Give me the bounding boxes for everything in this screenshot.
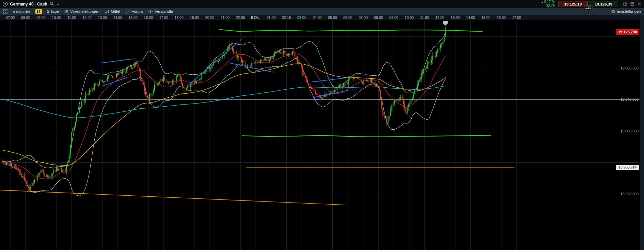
time-axis-label: 08:00	[374, 15, 383, 20]
indicators-label: Mittel	[111, 9, 120, 13]
y-axis-label: 19.000,000	[620, 129, 639, 133]
title-bar: 1 Germany 40 - Cash + ▲0,17 % 32,79 19.1…	[0, 0, 644, 8]
range-label: 2 Tage	[47, 9, 59, 13]
related-button[interactable]: Verwandte	[148, 9, 173, 14]
time-axis-label: 15:00	[128, 15, 137, 20]
popout-icon[interactable]	[623, 2, 627, 6]
sell-button[interactable]: 19.125,19	[558, 1, 588, 7]
order-level-label: 18.953,914	[619, 165, 637, 169]
time-axis-label: 01:00	[267, 15, 276, 20]
time-axis-label: 12:00	[435, 15, 444, 20]
y-axis-label: 19.080,000	[620, 66, 639, 70]
support-line-green[interactable]	[242, 135, 491, 137]
settings-label: Einstellungen	[617, 9, 641, 13]
spread-badge: 1,20	[584, 6, 593, 10]
range-1t-badge[interactable]: 1T	[35, 9, 42, 14]
trendline-blue[interactable]	[102, 77, 127, 86]
add-chart-button[interactable]: +	[57, 1, 60, 7]
trendline-blue-extension	[127, 76, 131, 77]
right-scrollbar[interactable]	[640, 15, 644, 250]
trendline-blue[interactable]	[229, 63, 271, 72]
time-axis-label: 07:00	[359, 15, 368, 20]
trendline-blue[interactable]	[312, 78, 346, 82]
time-axis-label: 19:00	[190, 15, 199, 20]
window-title: Germany 40 - Cash	[10, 2, 47, 7]
time-axis-label: 18:00	[174, 15, 183, 20]
time-axis-label: 21:00	[221, 15, 230, 20]
price-change: ▲0,17 % 32,79	[541, 0, 555, 8]
time-axis-label: 04:00	[313, 15, 322, 20]
indicators-button[interactable]: Mittel	[105, 9, 120, 14]
gear-icon	[611, 9, 616, 14]
time-axis-label: 15:00	[481, 15, 490, 20]
time-axis-label: 22:00	[236, 15, 245, 20]
bollinger-lower-line	[3, 58, 446, 196]
time-axis-label: 06:00	[343, 15, 352, 20]
candle-wicks-up	[7, 27, 446, 192]
sliders-icon	[64, 9, 69, 14]
time-axis-label: 11:00	[67, 15, 76, 20]
time-axis-label: 13:00	[451, 15, 460, 20]
trendlines-blue-layer[interactable]	[102, 34, 357, 98]
up-arrow-icon: ▲	[541, 1, 543, 3]
speech-bubble-icon	[125, 9, 130, 14]
y-axis-label: 18.920,000	[620, 192, 639, 196]
deal-ticket: 19.125,19 19.126,39 1,20	[558, 1, 618, 7]
time-axis-label: 08:00	[21, 15, 30, 20]
time-axis-label: 07:00	[6, 15, 15, 20]
change-absolute: 32,79	[541, 4, 555, 8]
eye-icon	[148, 9, 153, 14]
timeframe-label: 5 minuten	[13, 9, 30, 13]
resistance-line-green[interactable]	[220, 30, 482, 32]
bars-icon	[105, 9, 109, 14]
time-axis-label: 14:00	[113, 15, 122, 20]
trendline-orange[interactable]	[0, 190, 345, 205]
bollinger-upper-line	[3, 32, 446, 168]
time-axis-label: 02:15	[282, 15, 291, 20]
time-axis-label: 14:00	[466, 15, 475, 20]
settings-button[interactable]: Einstellungen	[611, 9, 641, 14]
buy-button[interactable]: 19.126,39	[589, 1, 618, 7]
time-axis-label: 10:00	[405, 15, 414, 20]
time-axis-label: 05:00	[328, 15, 337, 20]
time-axis-label: 17:00	[512, 15, 521, 20]
time-axis-label: 03:00	[297, 15, 306, 20]
maximize-icon[interactable]	[630, 2, 634, 6]
forum-button[interactable]: Forum	[125, 9, 143, 14]
time-axis-label: 17:00	[159, 15, 168, 20]
trendline-blue[interactable]	[102, 59, 131, 63]
forum-label: Forum	[131, 9, 143, 13]
time-axis-label: 09:00	[389, 15, 398, 20]
range-button[interactable]: 2 Tage	[47, 9, 59, 13]
current-price-label: 19.125,790	[618, 30, 637, 34]
trendline-blue[interactable]	[187, 43, 238, 86]
presets-label: Voreinstellungen	[70, 9, 100, 13]
y-axis-label: 19.040,000	[620, 97, 639, 101]
time-axis-label: 13:00	[98, 15, 107, 20]
instrument-number-badge: 1	[3, 2, 8, 7]
time-axis-label: 9 Okt.	[251, 15, 261, 20]
change-percent: 0,17 %	[544, 0, 555, 4]
trendline-blue[interactable]	[313, 90, 347, 98]
window-controls	[623, 2, 641, 6]
time-axis-label: 09:00	[36, 15, 45, 20]
price-chart[interactable]: 19.125,79018.953,91419.080,00019.040,000…	[0, 20, 644, 250]
time-axis[interactable]: 07:0008:0009:0010:0011:0012:0013:0014:00…	[0, 15, 644, 20]
timeframe-button[interactable]: 5 minuten	[13, 9, 30, 13]
close-icon[interactable]	[637, 2, 641, 6]
time-axis-label: 11:00	[420, 15, 429, 20]
chart-toolbar: 5 minuten 1T 2 Tage Voreinstellungen Mit…	[0, 8, 644, 15]
current-candle-marker[interactable]	[443, 21, 448, 26]
time-axis-label: 20:00	[205, 15, 214, 20]
related-label: Verwandte	[154, 9, 173, 13]
trendline-blue-extension	[131, 58, 136, 59]
layout-grid-icon[interactable]	[3, 9, 8, 14]
time-axis-label: 16:00	[144, 15, 153, 20]
time-axis-label: 16:00	[497, 15, 506, 20]
candle-wicks-down	[3, 41, 435, 192]
trendline-blue-extension	[238, 34, 248, 43]
presets-button[interactable]: Voreinstellungen	[64, 9, 100, 14]
search-icon[interactable]	[50, 2, 54, 6]
time-axis-label: 10:00	[52, 15, 61, 20]
time-axis-label: 12:00	[82, 15, 91, 20]
